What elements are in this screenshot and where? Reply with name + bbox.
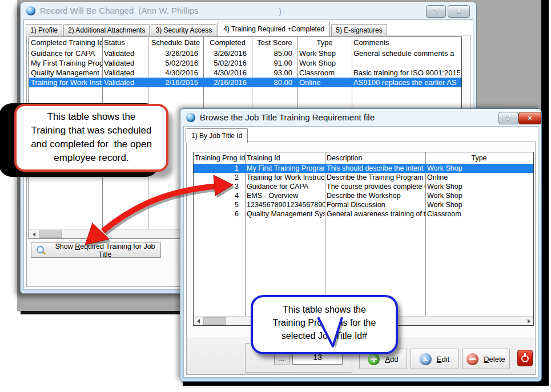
- record-close-button[interactable]: ×: [448, 5, 470, 18]
- callout-text: This table shows the: [253, 303, 396, 316]
- col-header: Type: [297, 37, 352, 49]
- cell: 91.00: [252, 58, 297, 68]
- button-label: Delete: [484, 355, 505, 363]
- browse-close-button[interactable]: ×: [518, 112, 541, 124]
- table-row[interactable]: 2 Training for Work Instructio Describe …: [194, 173, 533, 182]
- tab-security-access[interactable]: 3) Security Access: [151, 24, 216, 36]
- cell: Guidance for CAPA: [245, 182, 325, 191]
- cell: 85.00: [252, 49, 297, 58]
- right-arrow-icon: [528, 319, 530, 324]
- cell: AS9100 replaces the earlier AS: [352, 78, 460, 87]
- col-header: Comments: [352, 37, 460, 49]
- by-job-title-page: Training Prog Id Training Id Description…: [186, 142, 536, 375]
- cell: Online: [297, 78, 352, 87]
- browse-window-titlebar[interactable]: Browse the Job Title Training Requiremen…: [180, 109, 541, 126]
- table-row[interactable]: 6 Quality Management Syste General aware…: [194, 209, 533, 219]
- cell: [352, 58, 460, 68]
- cell: 4: [194, 191, 245, 200]
- cell: Validated: [102, 78, 148, 87]
- cell: Classroom: [425, 209, 533, 219]
- record-tab-strip: 1) Profile 2) Additional Attachments 3) …: [26, 22, 388, 36]
- callout-training-programs: This table shows the Training Programs f…: [251, 295, 398, 354]
- cell: General awareness training of the: [325, 209, 425, 219]
- button-label: Add: [385, 355, 398, 363]
- table-row-selected[interactable]: 1 My First Training Program This should …: [194, 164, 533, 173]
- cell: Validated: [102, 68, 148, 78]
- tab-additional-attachments[interactable]: 2) Additional Attachments: [63, 24, 150, 36]
- cell: 80.00: [252, 78, 297, 87]
- cell: Formal Discussion: [325, 200, 425, 209]
- job-title-training-header: Training Prog Id Training Id Description…: [194, 152, 533, 164]
- cell: Quality Management Syste: [245, 209, 325, 219]
- callout-text: and completed for the open: [17, 138, 166, 151]
- app-globe-icon: [26, 6, 35, 15]
- cell: Work Shop: [425, 164, 533, 173]
- cell: Guidance for CAPA: [29, 49, 102, 58]
- magnifier-icon: [36, 245, 46, 255]
- cell: Work Shop: [297, 49, 352, 58]
- cell: Validated: [102, 58, 148, 68]
- show-required-training-button[interactable]: Show Required Training for Job Title: [31, 243, 161, 258]
- col-header: Training Id: [245, 152, 325, 164]
- table-row[interactable]: My First Training Progra Validated 5/02/…: [29, 58, 461, 68]
- scroll-left-button[interactable]: [29, 230, 38, 239]
- scroll-left-button[interactable]: [194, 317, 203, 325]
- table-row[interactable]: Quality Management Sy Validated 4/30/201…: [29, 68, 461, 78]
- browse-tab-strip: 1) By Job Title Id: [186, 128, 249, 143]
- callout-text: employee record.: [17, 151, 166, 165]
- record-window-title: Record Will Be Changed (Ann W. Phillips: [40, 6, 199, 15]
- cell: 6: [194, 209, 245, 219]
- record-help-button[interactable]: ?: [426, 5, 446, 18]
- cell: Work Shop: [425, 182, 533, 191]
- cell: Describe the Training Program: [325, 173, 425, 182]
- browse-help-button[interactable]: ?: [498, 112, 518, 124]
- cell: Work Shop: [425, 191, 533, 200]
- table-row[interactable]: 4 EMS - Overview Describe the Workshop W…: [194, 191, 533, 200]
- callout-text: Training that was scheduled: [17, 124, 166, 138]
- table-row[interactable]: 5 12345678901234567890123 Formal Discuss…: [194, 200, 533, 209]
- record-window-titlebar[interactable]: Record Will Be Changed (Ann W. Phillips …: [21, 2, 476, 19]
- cell: EMS - Overview: [245, 191, 325, 200]
- cell: Classroom: [297, 68, 352, 78]
- edit-button[interactable]: Edit: [411, 349, 459, 369]
- table-row-selected[interactable]: Training for Work Instru Validated 2/16/…: [29, 78, 461, 87]
- button-label: Show Required Training for Job Title: [50, 243, 160, 258]
- callout-text: selected Job Title Id#: [253, 329, 396, 342]
- edit-icon: [420, 353, 432, 365]
- cell: Describe the Workshop: [325, 191, 425, 200]
- cell: The course provides complete C: [325, 182, 425, 191]
- col-header: Training Prog Id: [194, 152, 245, 164]
- callout-completed-training: This table shows the Training that was s…: [14, 104, 168, 172]
- button-label: Edit: [437, 355, 449, 363]
- left-arrow-icon: [33, 232, 35, 237]
- add-icon: [368, 353, 380, 365]
- tab-by-job-title-id[interactable]: 1) By Job Title Id: [186, 128, 248, 143]
- cell: 12345678901234567890123: [245, 200, 325, 209]
- col-header: Description: [325, 152, 425, 164]
- table-row[interactable]: 3 Guidance for CAPA The course provides …: [194, 182, 533, 191]
- cell: My First Training Progra: [29, 58, 102, 68]
- delete-button[interactable]: Delete: [462, 349, 510, 369]
- col-header: Status: [102, 37, 148, 49]
- scrollbar-thumb[interactable]: [203, 317, 226, 325]
- app-globe-icon: [186, 113, 195, 122]
- cell: This should describe the intent of: [325, 164, 425, 173]
- scrollbar-thumb[interactable]: [39, 231, 62, 238]
- table-row[interactable]: Guidance for CAPA Validated 3/26/2016 3/…: [29, 49, 461, 58]
- completed-training-header: Completed Training Id Status Schedule Da…: [29, 37, 461, 49]
- tab-profile[interactable]: 1) Profile: [26, 24, 62, 36]
- tab-training-required-completed[interactable]: 4) Training Required +Completed: [218, 22, 330, 36]
- close-power-button[interactable]: [517, 350, 533, 366]
- cell: My First Training Program: [245, 164, 325, 173]
- cell: 5/02/2016: [203, 58, 252, 68]
- cell: General schedule comments a: [352, 49, 460, 58]
- col-header: Type: [425, 152, 533, 164]
- browse-window-body: 1) By Job Title Id Training Prog Id Trai…: [183, 126, 538, 378]
- col-header: Test Score: [252, 37, 297, 49]
- browse-window: Browse the Job Title Training Requiremen…: [180, 108, 542, 382]
- cell: Work Shop: [425, 200, 533, 209]
- cell: 2/16/2016: [203, 78, 252, 87]
- tab-e-signatures[interactable]: 5) E-signatures: [331, 24, 387, 36]
- scroll-right-button[interactable]: [524, 317, 533, 325]
- callout-text: This table shows the: [17, 110, 166, 124]
